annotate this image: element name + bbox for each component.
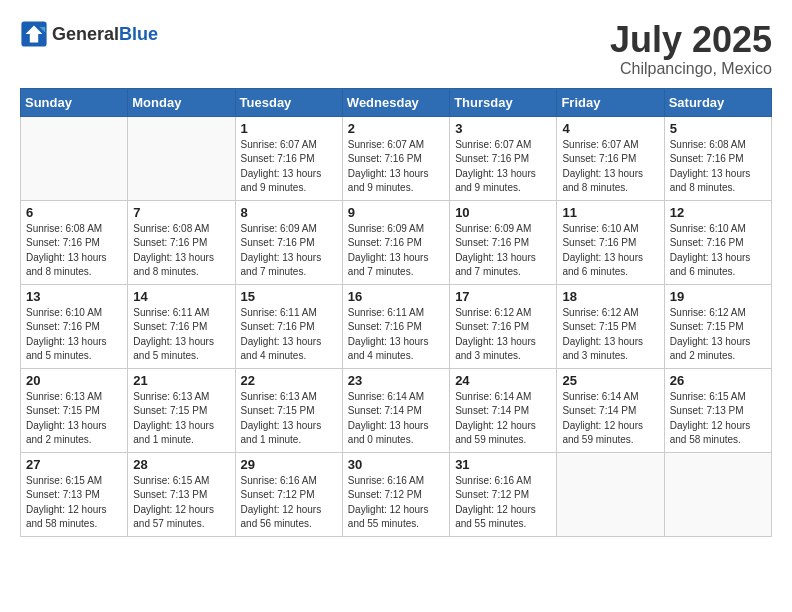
weekday-header: Wednesday [342,88,449,116]
day-info: Sunrise: 6:10 AM Sunset: 7:16 PM Dayligh… [562,222,658,280]
day-number: 5 [670,121,766,136]
day-number: 8 [241,205,337,220]
day-info: Sunrise: 6:08 AM Sunset: 7:16 PM Dayligh… [133,222,229,280]
day-number: 30 [348,457,444,472]
day-info: Sunrise: 6:14 AM Sunset: 7:14 PM Dayligh… [455,390,551,448]
calendar-day-cell: 23Sunrise: 6:14 AM Sunset: 7:14 PM Dayli… [342,368,449,452]
day-info: Sunrise: 6:09 AM Sunset: 7:16 PM Dayligh… [241,222,337,280]
day-number: 22 [241,373,337,388]
day-number: 14 [133,289,229,304]
calendar-day-cell: 12Sunrise: 6:10 AM Sunset: 7:16 PM Dayli… [664,200,771,284]
calendar-day-cell: 9Sunrise: 6:09 AM Sunset: 7:16 PM Daylig… [342,200,449,284]
day-info: Sunrise: 6:16 AM Sunset: 7:12 PM Dayligh… [455,474,551,532]
day-number: 7 [133,205,229,220]
month-title: July 2025 [610,20,772,60]
day-number: 11 [562,205,658,220]
calendar-header-row: SundayMondayTuesdayWednesdayThursdayFrid… [21,88,772,116]
calendar-day-cell: 10Sunrise: 6:09 AM Sunset: 7:16 PM Dayli… [450,200,557,284]
day-info: Sunrise: 6:13 AM Sunset: 7:15 PM Dayligh… [133,390,229,448]
day-info: Sunrise: 6:07 AM Sunset: 7:16 PM Dayligh… [562,138,658,196]
calendar-day-cell: 14Sunrise: 6:11 AM Sunset: 7:16 PM Dayli… [128,284,235,368]
day-number: 2 [348,121,444,136]
calendar-week-row: 27Sunrise: 6:15 AM Sunset: 7:13 PM Dayli… [21,452,772,536]
day-info: Sunrise: 6:10 AM Sunset: 7:16 PM Dayligh… [26,306,122,364]
calendar-day-cell: 20Sunrise: 6:13 AM Sunset: 7:15 PM Dayli… [21,368,128,452]
calendar-day-cell: 30Sunrise: 6:16 AM Sunset: 7:12 PM Dayli… [342,452,449,536]
day-info: Sunrise: 6:07 AM Sunset: 7:16 PM Dayligh… [348,138,444,196]
weekday-header: Thursday [450,88,557,116]
calendar-day-cell: 25Sunrise: 6:14 AM Sunset: 7:14 PM Dayli… [557,368,664,452]
calendar-day-cell: 26Sunrise: 6:15 AM Sunset: 7:13 PM Dayli… [664,368,771,452]
calendar: SundayMondayTuesdayWednesdayThursdayFrid… [20,88,772,537]
day-info: Sunrise: 6:14 AM Sunset: 7:14 PM Dayligh… [562,390,658,448]
day-info: Sunrise: 6:16 AM Sunset: 7:12 PM Dayligh… [241,474,337,532]
day-number: 21 [133,373,229,388]
calendar-day-cell: 31Sunrise: 6:16 AM Sunset: 7:12 PM Dayli… [450,452,557,536]
calendar-day-cell: 22Sunrise: 6:13 AM Sunset: 7:15 PM Dayli… [235,368,342,452]
day-number: 6 [26,205,122,220]
day-info: Sunrise: 6:08 AM Sunset: 7:16 PM Dayligh… [26,222,122,280]
calendar-day-cell: 1Sunrise: 6:07 AM Sunset: 7:16 PM Daylig… [235,116,342,200]
logo-text-blue: Blue [119,24,158,44]
day-info: Sunrise: 6:16 AM Sunset: 7:12 PM Dayligh… [348,474,444,532]
logo-text-general: General [52,24,119,44]
calendar-day-cell: 27Sunrise: 6:15 AM Sunset: 7:13 PM Dayli… [21,452,128,536]
day-info: Sunrise: 6:11 AM Sunset: 7:16 PM Dayligh… [133,306,229,364]
day-number: 20 [26,373,122,388]
day-number: 31 [455,457,551,472]
logo: GeneralBlue [20,20,158,48]
day-number: 12 [670,205,766,220]
logo-icon [20,20,48,48]
day-number: 24 [455,373,551,388]
weekday-header: Saturday [664,88,771,116]
day-number: 23 [348,373,444,388]
weekday-header: Tuesday [235,88,342,116]
calendar-week-row: 6Sunrise: 6:08 AM Sunset: 7:16 PM Daylig… [21,200,772,284]
calendar-day-cell: 11Sunrise: 6:10 AM Sunset: 7:16 PM Dayli… [557,200,664,284]
calendar-day-cell: 8Sunrise: 6:09 AM Sunset: 7:16 PM Daylig… [235,200,342,284]
day-info: Sunrise: 6:15 AM Sunset: 7:13 PM Dayligh… [26,474,122,532]
calendar-day-cell: 24Sunrise: 6:14 AM Sunset: 7:14 PM Dayli… [450,368,557,452]
calendar-day-cell: 21Sunrise: 6:13 AM Sunset: 7:15 PM Dayli… [128,368,235,452]
calendar-day-cell: 19Sunrise: 6:12 AM Sunset: 7:15 PM Dayli… [664,284,771,368]
day-number: 25 [562,373,658,388]
day-info: Sunrise: 6:10 AM Sunset: 7:16 PM Dayligh… [670,222,766,280]
location-title: Chilpancingo, Mexico [610,60,772,78]
day-info: Sunrise: 6:08 AM Sunset: 7:16 PM Dayligh… [670,138,766,196]
calendar-day-cell: 4Sunrise: 6:07 AM Sunset: 7:16 PM Daylig… [557,116,664,200]
day-number: 13 [26,289,122,304]
calendar-day-cell [664,452,771,536]
calendar-day-cell: 5Sunrise: 6:08 AM Sunset: 7:16 PM Daylig… [664,116,771,200]
calendar-day-cell [557,452,664,536]
calendar-day-cell: 18Sunrise: 6:12 AM Sunset: 7:15 PM Dayli… [557,284,664,368]
day-number: 27 [26,457,122,472]
day-number: 18 [562,289,658,304]
calendar-week-row: 20Sunrise: 6:13 AM Sunset: 7:15 PM Dayli… [21,368,772,452]
day-number: 15 [241,289,337,304]
day-info: Sunrise: 6:13 AM Sunset: 7:15 PM Dayligh… [26,390,122,448]
calendar-day-cell: 17Sunrise: 6:12 AM Sunset: 7:16 PM Dayli… [450,284,557,368]
day-number: 26 [670,373,766,388]
calendar-week-row: 1Sunrise: 6:07 AM Sunset: 7:16 PM Daylig… [21,116,772,200]
calendar-day-cell: 6Sunrise: 6:08 AM Sunset: 7:16 PM Daylig… [21,200,128,284]
day-number: 19 [670,289,766,304]
day-number: 10 [455,205,551,220]
weekday-header: Sunday [21,88,128,116]
calendar-day-cell: 2Sunrise: 6:07 AM Sunset: 7:16 PM Daylig… [342,116,449,200]
calendar-day-cell [128,116,235,200]
calendar-day-cell: 16Sunrise: 6:11 AM Sunset: 7:16 PM Dayli… [342,284,449,368]
day-info: Sunrise: 6:09 AM Sunset: 7:16 PM Dayligh… [348,222,444,280]
day-number: 1 [241,121,337,136]
calendar-day-cell: 15Sunrise: 6:11 AM Sunset: 7:16 PM Dayli… [235,284,342,368]
day-info: Sunrise: 6:11 AM Sunset: 7:16 PM Dayligh… [348,306,444,364]
calendar-day-cell: 7Sunrise: 6:08 AM Sunset: 7:16 PM Daylig… [128,200,235,284]
day-info: Sunrise: 6:07 AM Sunset: 7:16 PM Dayligh… [455,138,551,196]
calendar-day-cell: 29Sunrise: 6:16 AM Sunset: 7:12 PM Dayli… [235,452,342,536]
calendar-day-cell: 28Sunrise: 6:15 AM Sunset: 7:13 PM Dayli… [128,452,235,536]
calendar-day-cell: 3Sunrise: 6:07 AM Sunset: 7:16 PM Daylig… [450,116,557,200]
day-info: Sunrise: 6:15 AM Sunset: 7:13 PM Dayligh… [133,474,229,532]
day-info: Sunrise: 6:12 AM Sunset: 7:16 PM Dayligh… [455,306,551,364]
calendar-day-cell: 13Sunrise: 6:10 AM Sunset: 7:16 PM Dayli… [21,284,128,368]
title-block: July 2025 Chilpancingo, Mexico [610,20,772,78]
day-number: 16 [348,289,444,304]
